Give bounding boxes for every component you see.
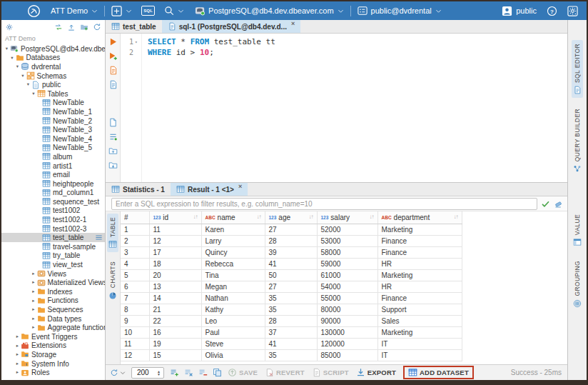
workspace-menu[interactable]: ATT Demo (51, 6, 98, 15)
data-cell[interactable]: 35 (265, 292, 317, 304)
execute-new-tab-icon[interactable] (108, 51, 118, 61)
execution-log-icon[interactable] (108, 132, 118, 141)
close-tab-icon[interactable]: × (238, 184, 242, 190)
tree-expander-icon[interactable]: ▾ (4, 46, 10, 51)
tree-item-public[interactable]: ▾public (1, 80, 105, 89)
tree-item-view-test[interactable]: view_test (1, 260, 105, 269)
data-cell[interactable]: 20 (149, 269, 201, 281)
delete-row-button-icon[interactable] (198, 368, 208, 377)
data-cell[interactable]: Larry (201, 235, 265, 246)
tree-item-aggregate-functions[interactable]: ▸Aggregate functions (1, 323, 105, 332)
fold-icon[interactable]: ▾ (135, 39, 140, 44)
data-cell[interactable]: 16 (149, 326, 201, 338)
tree-expander-icon[interactable]: ▸ (31, 307, 37, 312)
row-number-cell[interactable]: 8 (121, 304, 149, 315)
column-header-department[interactable]: ABCdepartment↓↑ (377, 211, 462, 224)
data-cell[interactable]: 37 (265, 326, 317, 338)
data-cell[interactable]: 54000 (317, 281, 377, 292)
apply-filter-button[interactable] (541, 199, 550, 209)
data-cell[interactable]: 27 (265, 281, 317, 292)
row-number-cell[interactable]: 3 (121, 246, 149, 258)
tree-item-md-column1[interactable]: md_column1 (1, 189, 105, 198)
data-cell[interactable]: 58000 (317, 246, 377, 258)
tree-item-email[interactable]: email (1, 170, 105, 179)
export-button[interactable]: EXPORT (356, 368, 396, 377)
data-cell[interactable]: Support (377, 304, 462, 315)
tree-expander-icon[interactable]: ▸ (14, 370, 21, 375)
data-cell[interactable]: 130000 (317, 326, 377, 338)
sort-icon[interactable]: ↓↑ (257, 214, 261, 220)
row-number-cell[interactable]: 10 (121, 326, 149, 338)
column-header-age[interactable]: 123age↓↑ (265, 211, 317, 224)
table-row[interactable]: 317Quincy3958000Finance (121, 246, 462, 258)
tree-item-views[interactable]: ▸Views (1, 269, 105, 279)
row-number-cell[interactable]: 2 (121, 235, 149, 246)
code-area[interactable]: SELECT * FROM test_table ttWHERE id > 10… (142, 34, 567, 182)
data-cell[interactable]: 21 (149, 304, 201, 315)
data-cell[interactable]: Kathy (201, 304, 265, 315)
filter-input[interactable] (111, 198, 537, 210)
tree-item-databases[interactable]: ▾Databases (1, 54, 105, 63)
row-number-cell[interactable]: 1 (121, 224, 149, 235)
side-tab-query-builder[interactable]: QUERY BUILDER (572, 105, 583, 176)
table-row[interactable]: 111Karen2752000Marketing (121, 224, 462, 235)
table-row[interactable]: 520Tina5061000Marketing (121, 269, 462, 281)
data-cell[interactable]: 19 (149, 338, 201, 349)
new-sql-editor-button[interactable]: SQL (141, 6, 155, 16)
row-number-cell[interactable]: 12 (121, 349, 149, 361)
tree-item-schemas[interactable]: ▾Schemas (1, 71, 105, 81)
tree-item-artist1[interactable]: artist1 (1, 161, 105, 171)
close-tab-icon[interactable]: × (291, 21, 295, 27)
table-row[interactable]: 212Larry2853000Finance (121, 235, 462, 246)
data-cell[interactable]: 13 (149, 281, 201, 292)
data-cell[interactable]: 80000 (317, 304, 377, 315)
tree-item-newtable-4[interactable]: NewTable_4 (1, 134, 105, 144)
tree-expander-icon[interactable]: ▾ (9, 56, 16, 61)
table-row[interactable]: 1119Steve41120000IT (121, 338, 462, 349)
refresh-result-button[interactable] (110, 369, 126, 377)
user-menu[interactable]: public (502, 6, 537, 16)
tree-item-newtable[interactable]: NewTable (1, 99, 105, 108)
data-cell[interactable]: Tina (201, 269, 265, 281)
data-cell[interactable]: 35 (265, 304, 317, 315)
column-header-salary[interactable]: 123salary↓↑ (317, 211, 377, 224)
tree-expander-icon[interactable]: ▾ (14, 64, 21, 69)
data-cell[interactable]: 39 (265, 246, 317, 258)
data-cell[interactable]: Finance (377, 235, 462, 246)
tree-expander-icon[interactable]: ▸ (14, 344, 21, 349)
table-row[interactable]: 613Megan2754000HR (121, 281, 462, 292)
data-cell[interactable]: 120000 (317, 338, 377, 349)
data-cell[interactable]: IT (377, 349, 462, 361)
data-cell[interactable]: Sales (377, 315, 462, 326)
add-dataset-button[interactable]: ADD DATASET (408, 368, 469, 377)
data-cell[interactable]: Leo (201, 315, 265, 326)
load-script-icon[interactable] (108, 146, 118, 156)
duplicate-row-button-icon[interactable] (184, 368, 193, 377)
sort-icon[interactable]: ↓↑ (370, 214, 374, 220)
table-row[interactable]: 714Nathan3555000Finance (121, 292, 462, 304)
tree-expander-icon[interactable]: ▸ (31, 299, 37, 304)
stepper-arrows-icon[interactable]: ▲▼ (154, 370, 163, 376)
presentation-tab-charts[interactable]: CHARTS (107, 258, 118, 303)
row-number-cell[interactable]: 4 (121, 258, 149, 269)
data-cell[interactable]: 85000 (317, 349, 377, 361)
tree-expander-icon[interactable]: ▾ (25, 82, 31, 87)
tree-item-data-types[interactable]: ▸Data types (1, 314, 105, 324)
side-tab-grouping[interactable]: GROUPING (572, 257, 583, 311)
data-cell[interactable]: Steve (201, 338, 265, 349)
data-cell[interactable]: HR (377, 258, 462, 269)
tree-expander-icon[interactable]: ▸ (31, 289, 37, 294)
new-folder-button[interactable] (80, 23, 88, 31)
sort-icon[interactable]: ↓↑ (309, 214, 313, 220)
data-cell[interactable]: 17 (149, 246, 201, 258)
data-cell[interactable]: 50 (265, 269, 317, 281)
copy-row-button-icon[interactable] (213, 368, 222, 377)
add-row-button-icon[interactable] (170, 368, 179, 377)
tree-item-dvdrental[interactable]: ▾dvdrental (1, 62, 105, 71)
tree-item-extensions[interactable]: ▸Extensions (1, 341, 105, 351)
search-button[interactable] (164, 6, 184, 16)
data-cell[interactable]: Marketing (377, 269, 462, 281)
data-cell[interactable]: Rebecca (201, 258, 265, 269)
data-cell[interactable]: Marketing (377, 224, 462, 235)
tree-item-newtable-1[interactable]: NewTable_1 (1, 107, 105, 116)
